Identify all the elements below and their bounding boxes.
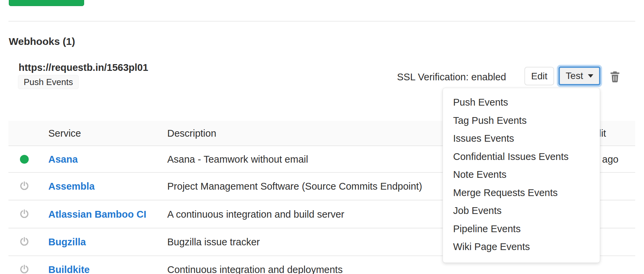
power-icon (18, 237, 31, 247)
menu-item-merge-requests-events[interactable]: Merge Requests Events (443, 184, 600, 202)
edit-button[interactable]: Edit (524, 67, 554, 85)
push-events-badge: Push Events (18, 75, 79, 89)
power-icon (18, 209, 31, 219)
test-button-label: Test (566, 71, 583, 81)
service-link-buildkite[interactable]: Buildkite (48, 264, 90, 274)
menu-item-issues-events[interactable]: Issues Events (443, 130, 600, 148)
service-column-header: Service (48, 128, 81, 139)
service-link-atlassian-bamboo-ci[interactable]: Atlassian Bamboo CI (48, 209, 146, 220)
webhooks-heading: Webhooks (1) (9, 36, 75, 47)
service-description: Continuous integration and deployments (167, 264, 343, 274)
primary-green-button[interactable] (9, 0, 84, 6)
menu-item-pipeline-events[interactable]: Pipeline Events (443, 220, 600, 238)
service-description: Asana - Teamwork without email (167, 154, 308, 165)
description-column-header: Description (167, 128, 216, 139)
menu-item-push-events[interactable]: Push Events (443, 93, 600, 112)
menu-item-job-events[interactable]: Job Events (443, 202, 600, 220)
service-description: Project Management Software (Source Comm… (167, 181, 422, 192)
service-description: Bugzilla issue tracker (167, 237, 260, 248)
edit-button-label: Edit (531, 71, 547, 82)
service-link-assembla[interactable]: Assembla (48, 181, 95, 192)
test-dropdown-button[interactable]: Test (559, 66, 600, 85)
service-link-asana[interactable]: Asana (48, 154, 78, 165)
service-link-bugzilla[interactable]: Bugzilla (48, 237, 86, 248)
remove-webhook-button[interactable] (608, 70, 622, 84)
section-divider (8, 21, 635, 22)
menu-item-wiki-page-events[interactable]: Wiki Page Events (443, 238, 600, 256)
service-description: A continuous integration and build serve… (167, 209, 344, 220)
test-dropdown-menu: Push Events Tag Push Events Issues Event… (443, 88, 600, 263)
trash-icon (610, 71, 620, 83)
menu-item-note-events[interactable]: Note Events (443, 166, 600, 184)
last-edit-value-partial: ago (602, 154, 618, 165)
service-active-status-icon (18, 155, 31, 164)
menu-item-tag-push-events[interactable]: Tag Push Events (443, 112, 600, 130)
webhook-url: https://requestb.in/1563pl01 (19, 62, 148, 73)
power-icon (18, 181, 31, 191)
ssl-verification-status: SSL Verification: enabled (397, 72, 506, 83)
chevron-down-icon (588, 74, 593, 78)
menu-item-confidential-issues-events[interactable]: Confidential Issues Events (443, 148, 600, 166)
power-icon (18, 265, 31, 274)
